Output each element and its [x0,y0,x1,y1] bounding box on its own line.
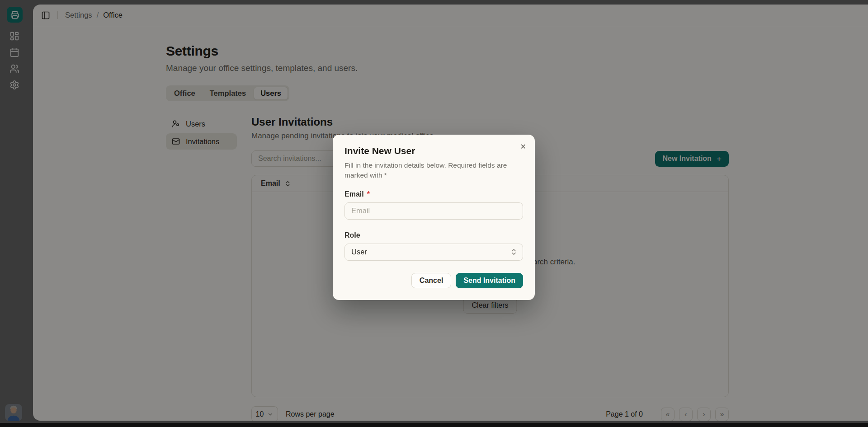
invite-user-modal: ✕ Invite New User Fill in the invitation… [333,135,535,300]
role-select[interactable]: User [344,244,523,261]
send-invitation-button[interactable]: Send Invitation [456,273,523,288]
modal-title: Invite New User [344,145,523,156]
role-label-text: Role [344,231,360,239]
email-field[interactable] [344,202,523,220]
email-label-text: Email [344,190,364,198]
email-field-label: Email * [344,190,523,198]
close-icon: ✕ [520,143,526,150]
role-select-value: User [351,248,367,256]
required-asterisk: * [367,190,370,198]
modal-close-button[interactable]: ✕ [519,141,528,153]
modal-footer: Cancel Send Invitation [344,273,523,288]
modal-description: Fill in the invitation details below. Re… [344,160,523,181]
cancel-button[interactable]: Cancel [411,273,451,288]
role-field-label: Role [344,231,523,239]
chevrons-up-down-icon [510,248,518,256]
